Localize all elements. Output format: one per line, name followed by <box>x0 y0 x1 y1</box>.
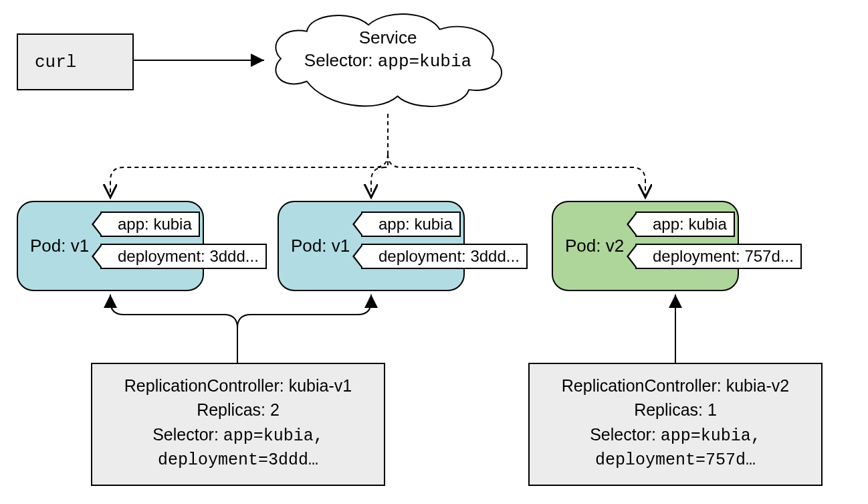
pod-label-deploy-text: deployment: 3ddd... <box>378 247 520 266</box>
pod-label-deploy: deployment: 757d... <box>635 244 802 269</box>
pod-title: Pod: v2 <box>565 236 624 256</box>
rc-v1: ReplicationController: kubia-v1 Replicas… <box>91 363 385 486</box>
pod-label-app: app: kubia <box>100 212 200 237</box>
curl-label: curl <box>35 52 76 72</box>
rc-title: ReplicationController: kubia-v1 <box>99 373 377 398</box>
rc-selector-value1: app=kubia, <box>661 426 761 446</box>
pod-title: Pod: v1 <box>30 236 89 256</box>
pod-title: Pod: v1 <box>291 236 350 256</box>
rc-selector-line1: Selector: app=kubia, <box>99 422 377 448</box>
pod-label-app-text: app: kubia <box>653 215 727 234</box>
pod-label-app: app: kubia <box>635 212 735 237</box>
service-selector-value: app=kubia <box>378 52 471 72</box>
pod-label-deploy: deployment: 3ddd... <box>361 244 528 269</box>
service-title: Service <box>359 27 417 48</box>
rc-selector-line1: Selector: app=kubia, <box>536 422 815 448</box>
pod-label-app-text: app: kubia <box>118 215 192 234</box>
service-selector-label: Selector: <box>304 50 373 70</box>
pod-label-deploy-text: deployment: 3ddd... <box>118 247 259 266</box>
rc-selector-label: Selector: <box>152 425 219 444</box>
pod-label-app: app: kubia <box>361 212 461 237</box>
rc-selector-line2: deployment=3ddd… <box>99 448 377 473</box>
rc-v2: ReplicationController: kubia-v2 Replicas… <box>528 363 823 486</box>
rc-selector-line2: deployment=757d… <box>536 448 815 473</box>
rc-replicas: Replicas: 1 <box>536 398 815 422</box>
pod-label-app-text: app: kubia <box>378 215 453 234</box>
service-text: Service Selector: app=kubia <box>294 27 481 74</box>
rc-selector-label: Selector: <box>590 425 656 444</box>
pod-label-deploy-text: deployment: 757d... <box>653 247 794 266</box>
curl-box: curl <box>17 33 134 90</box>
rc-selector-value1: app=kubia, <box>223 426 324 446</box>
pod-label-deploy: deployment: 3ddd... <box>100 244 267 269</box>
rc-replicas: Replicas: 2 <box>99 398 377 422</box>
rc-title: ReplicationController: kubia-v2 <box>536 373 815 398</box>
